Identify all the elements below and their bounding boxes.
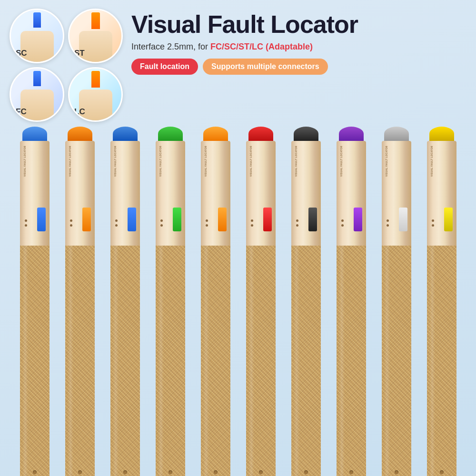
- device-label-text-0: VISUAL FAULT LOCATOR: [24, 146, 26, 177]
- device-dot-bottom-5: [251, 224, 253, 227]
- device-slider-0: [37, 208, 46, 231]
- device-slider-4: [218, 208, 227, 231]
- fiber-icon: [91, 12, 100, 29]
- device-bottom-dot-9: [440, 470, 444, 474]
- device-bottom-dot-7: [349, 470, 353, 474]
- device-dots-2: [115, 219, 118, 227]
- device-cap-0: [22, 127, 47, 141]
- device-bottom-dot-1: [78, 470, 82, 474]
- fiber-icon: [33, 71, 41, 86]
- device-cap-4: [203, 127, 228, 141]
- device-bottom-dot-0: [33, 470, 37, 474]
- device-0: VISUAL FAULT LOCATOR: [17, 127, 53, 476]
- device-lower-1: [65, 246, 95, 476]
- device-lower-6: [291, 246, 321, 476]
- connector-label-sc: SC: [16, 49, 27, 58]
- device-slider-3: [173, 208, 181, 231]
- device-wrapper-6: VISUAL FAULT LOCATOR: [283, 127, 328, 476]
- devices-section: VISUAL FAULT LOCATOR VISUAL FAULT LOCATO…: [10, 127, 466, 476]
- connector-st: ST: [68, 9, 123, 63]
- device-label-text-6: VISUAL FAULT LOCATOR: [295, 146, 298, 177]
- subtitle-text: Interface 2.5mm, for: [131, 42, 210, 51]
- device-cap-3: [158, 127, 183, 141]
- subtitle-highlight: FC/SC/ST/LC (Adaptable): [210, 42, 313, 51]
- device-dot-top-3: [160, 219, 163, 222]
- device-upper-7: VISUAL FAULT LOCATOR: [337, 141, 366, 246]
- device-dot-top-2: [115, 219, 118, 222]
- device-lower-4: [201, 246, 230, 476]
- device-cap-9: [429, 127, 454, 141]
- device-wrapper-5: VISUAL FAULT LOCATOR: [238, 127, 283, 476]
- fault-location-badge: Fault location: [131, 59, 198, 75]
- device-4: VISUAL FAULT LOCATOR: [198, 127, 234, 476]
- device-wrapper-2: VISUAL FAULT LOCATOR: [102, 127, 148, 476]
- device-label-text-1: VISUAL FAULT LOCATOR: [69, 146, 71, 177]
- device-lower-3: [156, 246, 185, 476]
- device-upper-9: VISUAL FAULT LOCATOR: [427, 141, 456, 246]
- device-bottom-dot-6: [304, 470, 308, 474]
- device-dot-top-0: [25, 219, 27, 222]
- device-slider-8: [399, 208, 407, 231]
- device-label-text-8: VISUAL FAULT LOCATOR: [386, 146, 388, 177]
- device-lower-8: [382, 246, 411, 476]
- device-label-text-4: VISUAL FAULT LOCATOR: [205, 146, 207, 177]
- device-wrapper-0: VISUAL FAULT LOCATOR: [12, 127, 57, 476]
- device-upper-4: VISUAL FAULT LOCATOR: [201, 141, 230, 246]
- device-wrapper-9: VISUAL FAULT LOCATOR: [419, 127, 464, 476]
- device-dot-bottom-0: [25, 224, 27, 227]
- device-label-text-7: VISUAL FAULT LOCATOR: [340, 146, 343, 177]
- multi-connector-badge: Supports multiple connectors: [203, 59, 328, 75]
- device-1: VISUAL FAULT LOCATOR: [62, 127, 98, 476]
- device-dot-bottom-9: [432, 224, 434, 227]
- device-dots-5: [251, 219, 253, 227]
- device-dots-4: [206, 219, 208, 227]
- device-bottom-dot-4: [214, 470, 218, 474]
- device-dot-bottom-7: [341, 224, 344, 227]
- subtitle: Interface 2.5mm, for FC/SC/ST/LC (Adapta…: [131, 42, 466, 52]
- device-slider-5: [263, 208, 272, 231]
- device-dot-top-6: [296, 219, 298, 222]
- device-upper-8: VISUAL FAULT LOCATOR: [382, 141, 411, 246]
- device-dot-top-7: [341, 219, 344, 222]
- top-section: SC ST FC LC: [10, 9, 466, 122]
- device-dots-9: [432, 219, 434, 227]
- device-5: VISUAL FAULT LOCATOR: [243, 127, 279, 476]
- device-wrapper-7: VISUAL FAULT LOCATOR: [328, 127, 374, 476]
- connector-icons-grid: SC ST FC LC: [10, 9, 123, 122]
- device-dot-bottom-3: [160, 224, 163, 227]
- device-dot-bottom-1: [70, 224, 72, 227]
- device-wrapper-8: VISUAL FAULT LOCATOR: [374, 127, 419, 476]
- device-label-text-2: VISUAL FAULT LOCATOR: [114, 146, 117, 177]
- connector-label-lc: LC: [74, 107, 85, 117]
- connector-fc: FC: [10, 67, 64, 122]
- device-wrapper-3: VISUAL FAULT LOCATOR: [148, 127, 193, 476]
- device-3: VISUAL FAULT LOCATOR: [152, 127, 188, 476]
- connector-sc: SC: [10, 9, 64, 63]
- badges-row: Fault location Supports multiple connect…: [131, 59, 466, 75]
- device-slider-2: [128, 208, 136, 231]
- fiber-icon: [33, 12, 41, 28]
- device-dots-1: [70, 219, 72, 227]
- main-title: Visual Fault Locator: [131, 11, 466, 38]
- device-2: VISUAL FAULT LOCATOR: [107, 127, 143, 476]
- device-lower-0: [20, 246, 50, 476]
- device-slider-7: [354, 208, 362, 231]
- device-cap-7: [339, 127, 364, 141]
- device-dots-0: [25, 219, 27, 227]
- device-dot-bottom-4: [206, 224, 208, 227]
- device-slider-6: [308, 208, 317, 231]
- device-bottom-dot-8: [395, 470, 398, 474]
- device-upper-3: VISUAL FAULT LOCATOR: [156, 141, 185, 246]
- device-9: VISUAL FAULT LOCATOR: [424, 127, 460, 476]
- device-lower-2: [110, 246, 140, 476]
- device-cap-6: [294, 127, 318, 141]
- device-upper-6: VISUAL FAULT LOCATOR: [291, 141, 321, 246]
- device-6: VISUAL FAULT LOCATOR: [288, 127, 324, 476]
- device-dot-top-5: [251, 219, 253, 222]
- device-lower-9: [427, 246, 456, 476]
- device-dot-top-9: [432, 219, 434, 222]
- device-cap-8: [384, 127, 409, 141]
- device-dot-top-1: [70, 219, 72, 222]
- device-8: VISUAL FAULT LOCATOR: [378, 127, 415, 476]
- device-dot-bottom-8: [387, 224, 389, 227]
